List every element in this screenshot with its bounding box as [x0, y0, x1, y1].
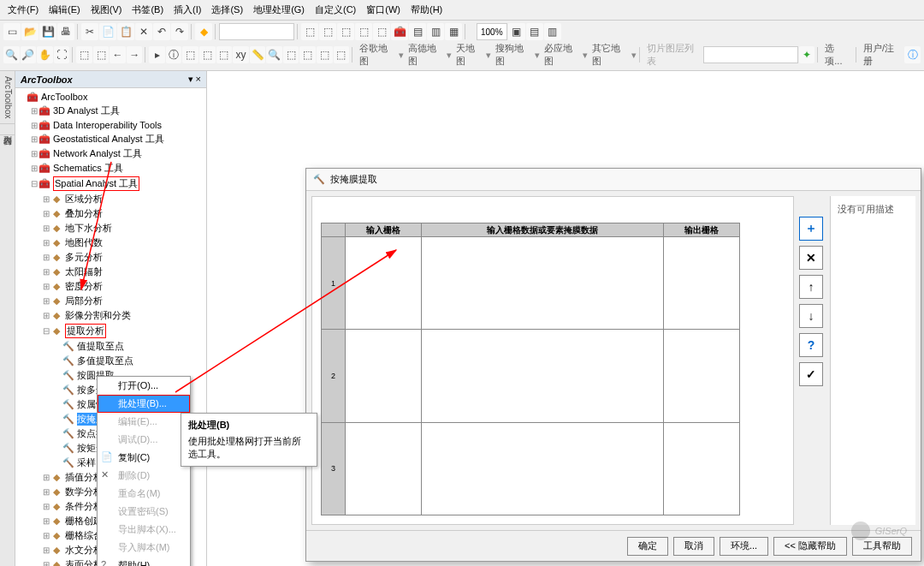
tree-node[interactable]: ⊞◆地下水分析 [15, 221, 206, 235]
menu-file[interactable]: 文件(F) [3, 2, 43, 18]
undo-icon[interactable]: ↶ [153, 23, 170, 40]
tree-node[interactable]: ⊞◆区域分析 [15, 192, 206, 206]
scale-combo[interactable] [219, 23, 294, 40]
expand-icon[interactable]: ⊞ [42, 282, 50, 291]
menu-customize[interactable]: 自定义(C) [311, 2, 360, 18]
misc-icon[interactable]: ⬚ [216, 46, 233, 63]
menu-geoprocessing[interactable]: 地理处理(G) [249, 2, 309, 18]
zoom-combo[interactable]: 100% [477, 23, 507, 40]
cell[interactable] [421, 237, 664, 330]
remove-row-button[interactable]: ✕ [799, 246, 823, 270]
menu-view[interactable]: 视图(V) [86, 2, 127, 18]
misc-icon[interactable]: ⬚ [283, 46, 299, 63]
expand-icon[interactable]: ⊞ [42, 223, 50, 233]
expand-icon[interactable]: ⊞ [30, 106, 38, 116]
xy-icon[interactable]: xy [233, 46, 249, 63]
expand-icon[interactable]: ⊞ [42, 502, 50, 511]
tree-node[interactable]: ⊞◆影像分割和分类 [15, 308, 206, 323]
new-icon[interactable]: ▭ [3, 23, 21, 40]
tree-node[interactable]: 🔨值提取至点 [15, 339, 206, 354]
ctx-item[interactable]: 📄复制(C) [98, 449, 190, 467]
tree-node[interactable]: ⊞◆地图代数 [15, 235, 206, 250]
row-header[interactable]: 1 [322, 237, 346, 330]
expand-icon[interactable]: ⊞ [42, 560, 50, 566]
find-icon[interactable]: 🔍 [266, 46, 282, 63]
tree-node[interactable]: ⊞◆叠加分析 [15, 206, 206, 221]
misc-icon[interactable]: ⬚ [301, 23, 318, 40]
expand-icon[interactable]: ⊞ [30, 121, 38, 130]
ctx-item[interactable]: 批处理(B)... [98, 395, 190, 413]
zoom-in-icon[interactable]: 🔍 [3, 46, 20, 63]
print-icon[interactable]: 🖶 [57, 23, 74, 40]
tree-node[interactable]: ⊞◆密度分析 [15, 279, 206, 294]
expand-icon[interactable]: ⊞ [42, 545, 50, 555]
move-down-button[interactable]: ↓ [799, 304, 823, 328]
map-bing[interactable]: 必应地图 [541, 42, 583, 68]
batch-table[interactable]: 输入栅格 输入栅格数据或要素掩膜数据 输出栅格 123 [321, 223, 740, 515]
tree-node[interactable]: ⊞◆多元分析 [15, 250, 206, 265]
toolbox-icon[interactable]: 🧰 [391, 23, 408, 40]
misc-icon[interactable]: ⬚ [355, 23, 372, 40]
expand-icon[interactable]: ⊟ [30, 179, 38, 188]
paste-icon[interactable]: 📋 [117, 23, 134, 40]
col-output[interactable]: 输出栅格 [664, 223, 740, 237]
misc-icon[interactable]: ▣ [508, 23, 525, 40]
misc-icon[interactable]: ▥ [544, 23, 561, 40]
expand-icon[interactable]: ⊞ [30, 164, 38, 173]
misc-icon[interactable]: ▥ [427, 23, 444, 40]
pin-icon[interactable]: ▾ × [188, 74, 201, 84]
row-header[interactable]: 2 [322, 330, 346, 422]
cell[interactable] [664, 330, 740, 422]
map-other[interactable]: 其它地图 [589, 42, 631, 68]
misc-icon[interactable]: ✦ [799, 46, 815, 63]
tree-node[interactable]: ⊟◆提取分析 [15, 323, 206, 339]
cancel-button[interactable]: 取消 [673, 537, 714, 556]
python-icon[interactable]: ▤ [409, 23, 426, 40]
menu-insert[interactable]: 插入(I) [169, 2, 205, 18]
misc-icon[interactable]: ▤ [526, 23, 543, 40]
cell[interactable] [346, 330, 422, 422]
expand-icon[interactable]: ⊞ [42, 531, 50, 540]
expand-icon[interactable]: ⊞ [42, 487, 50, 497]
tree-node[interactable]: ⊞◆局部分析 [15, 294, 206, 308]
redo-icon[interactable]: ↷ [171, 23, 188, 40]
map-google[interactable]: 谷歌地图 [356, 42, 398, 68]
cut-icon[interactable]: ✂ [81, 23, 98, 40]
map-gaode[interactable]: 高德地图 [405, 42, 447, 68]
expand-icon[interactable]: ⊞ [42, 473, 50, 482]
pan-icon[interactable]: ✋ [37, 46, 53, 63]
expand-icon[interactable]: ⊞ [42, 516, 50, 526]
expand-icon[interactable]: ⊞ [42, 267, 50, 277]
menu-edit[interactable]: 编辑(E) [44, 2, 85, 18]
tree-node[interactable]: ⊞🧰Geostatistical Analyst 工具 [15, 132, 206, 146]
expand-icon[interactable]: ⊞ [42, 194, 50, 204]
misc-icon[interactable]: ⬚ [93, 46, 110, 63]
copy-icon[interactable]: 📄 [99, 23, 116, 40]
map-sogou[interactable]: 搜狗地图 [492, 42, 534, 68]
col-mask[interactable]: 输入栅格数据或要素掩膜数据 [421, 223, 664, 237]
open-icon[interactable]: 📂 [21, 23, 38, 40]
move-up-button[interactable]: ↑ [799, 275, 823, 299]
misc-icon[interactable]: ⬚ [317, 46, 333, 63]
expand-icon[interactable]: ⊞ [42, 209, 50, 218]
table-row[interactable]: 2 [322, 330, 740, 422]
tree-node[interactable]: ⊞🧰Schematics 工具 [15, 161, 206, 176]
dialog-titlebar[interactable]: 🔨 按掩膜提取 [306, 169, 921, 191]
tree-node[interactable]: ⊞🧰Data Interoperability Tools [15, 118, 206, 132]
expand-icon[interactable]: ⊞ [30, 149, 38, 158]
full-extent-icon[interactable]: ⛶ [54, 46, 70, 63]
cell[interactable] [421, 422, 664, 515]
misc-icon[interactable]: ⬚ [299, 46, 316, 63]
env-button[interactable]: 环境... [720, 537, 768, 556]
hide-help-button[interactable]: << 隐藏帮助 [773, 537, 847, 556]
tree-node[interactable]: ⊞🧰Network Analyst 工具 [15, 146, 206, 161]
misc-icon[interactable]: ⬚ [182, 46, 198, 63]
options-link[interactable]: 选项... [821, 42, 853, 68]
help-button[interactable]: ? [799, 333, 823, 357]
menu-help[interactable]: 帮助(H) [406, 2, 447, 18]
sidetab-arctoolbox[interactable]: ArcToolbox [0, 71, 15, 124]
sidetab-contents[interactable]: 内容列表 [0, 124, 15, 135]
ctx-item[interactable]: 打开(O)... [98, 377, 190, 395]
cell[interactable] [421, 330, 664, 422]
zoom-out-icon[interactable]: 🔎 [21, 46, 37, 63]
